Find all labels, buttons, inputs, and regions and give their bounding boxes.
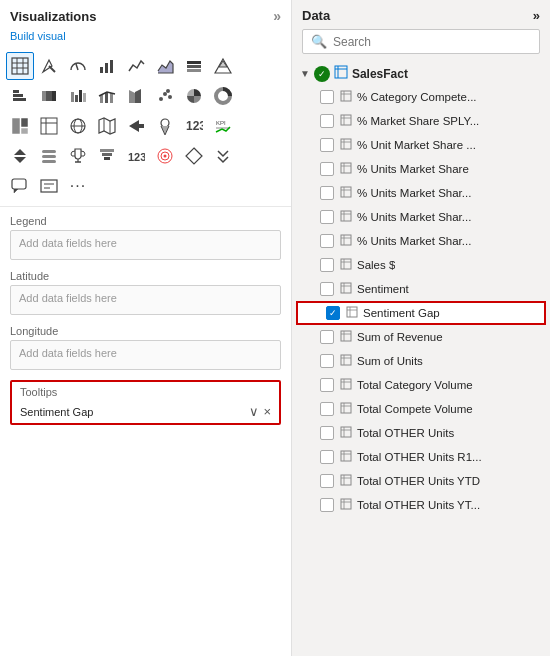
viz-row-2 xyxy=(6,82,285,110)
viz-icon-pie[interactable] xyxy=(180,82,208,110)
viz-icon-mountain[interactable] xyxy=(209,52,237,80)
viz-icon-brush[interactable] xyxy=(35,52,63,80)
legend-drop-zone[interactable]: Add data fields here xyxy=(10,230,281,260)
checkbox-4[interactable] xyxy=(320,186,334,200)
tree-item-10[interactable]: Sum of Revenue xyxy=(292,325,550,349)
svg-rect-34 xyxy=(21,118,28,127)
viz-icon-donut[interactable] xyxy=(209,82,237,110)
checkbox-15[interactable] xyxy=(320,450,334,464)
latitude-drop-zone[interactable]: Add data fields here xyxy=(10,285,281,315)
checkbox-6[interactable] xyxy=(320,234,334,248)
tree-item-1[interactable]: % Market Share SPLY... xyxy=(292,109,550,133)
viz-icon-combo[interactable] xyxy=(93,82,121,110)
viz-icon-map[interactable] xyxy=(93,112,121,140)
svg-rect-8 xyxy=(105,63,108,73)
tree-item-13[interactable]: Total Compete Volume xyxy=(292,397,550,421)
checkbox-9[interactable] xyxy=(326,306,340,320)
tree-parent-salesfact[interactable]: ▼ SalesFact xyxy=(292,62,550,85)
tree-item-11[interactable]: Sum of Units xyxy=(292,349,550,373)
viz-icon-treemap[interactable] xyxy=(6,112,34,140)
tree-item-16[interactable]: Total OTHER Units YTD xyxy=(292,469,550,493)
viz-icon-line[interactable] xyxy=(122,52,150,80)
viz-icon-ribbon[interactable] xyxy=(122,82,150,110)
longitude-drop-zone[interactable]: Add data fields here xyxy=(10,340,281,370)
viz-icon-textbox[interactable] xyxy=(35,172,63,200)
svg-line-5 xyxy=(49,66,55,72)
tree-item-7[interactable]: Sales $ xyxy=(292,253,550,277)
viz-icon-trophy[interactable] xyxy=(64,142,92,170)
viz-icon-diamond[interactable] xyxy=(180,142,208,170)
viz-icon-matrix[interactable] xyxy=(35,112,63,140)
item-label-6: % Units Market Shar... xyxy=(357,235,471,247)
item-icon-17 xyxy=(340,498,352,513)
viz-icon-table[interactable] xyxy=(6,52,34,80)
viz-icon-waterfall[interactable] xyxy=(64,82,92,110)
viz-row-3: 123 KPI xyxy=(6,112,285,140)
viz-icon-chevrons[interactable] xyxy=(209,142,237,170)
tooltips-chevron[interactable]: ∨ xyxy=(249,405,259,418)
viz-icon-updown[interactable] xyxy=(6,142,34,170)
viz-icon-100bar[interactable] xyxy=(35,82,63,110)
viz-icon-target[interactable] xyxy=(151,142,179,170)
checkbox-17[interactable] xyxy=(320,498,334,512)
checkbox-3[interactable] xyxy=(320,162,334,176)
tree-item-6[interactable]: % Units Market Shar... xyxy=(292,229,550,253)
viz-icon-bar[interactable] xyxy=(93,52,121,80)
viz-icon-num-123[interactable]: 123 xyxy=(122,142,150,170)
svg-marker-64 xyxy=(186,148,202,164)
search-box[interactable]: 🔍 xyxy=(302,29,540,54)
checkbox-16[interactable] xyxy=(320,474,334,488)
viz-icon-funnel[interactable] xyxy=(93,142,121,170)
svg-rect-72 xyxy=(341,91,351,101)
svg-rect-111 xyxy=(341,403,351,413)
svg-marker-51 xyxy=(14,157,26,163)
legend-group: Legend Add data fields here xyxy=(10,215,281,260)
viz-icon-slicer[interactable] xyxy=(35,142,63,170)
svg-rect-19 xyxy=(46,91,52,101)
checkbox-10[interactable] xyxy=(320,330,334,344)
tree-item-14[interactable]: Total OTHER Units xyxy=(292,421,550,445)
viz-icon-card[interactable]: 123 xyxy=(180,112,208,140)
data-panel-expand-icon[interactable]: » xyxy=(533,8,540,23)
tooltips-actions: ∨ × xyxy=(249,405,271,418)
checkbox-14[interactable] xyxy=(320,426,334,440)
checkbox-5[interactable] xyxy=(320,210,334,224)
checkbox-1[interactable] xyxy=(320,114,334,128)
tooltips-drop-zone[interactable]: Sentiment Gap ∨ × xyxy=(12,400,279,423)
tree-item-15[interactable]: Total OTHER Units R1... xyxy=(292,445,550,469)
checkbox-8[interactable] xyxy=(320,282,334,296)
viz-icon-chat[interactable] xyxy=(6,172,34,200)
search-input[interactable] xyxy=(333,35,531,49)
tree-item-5[interactable]: % Units Market Shar... xyxy=(292,205,550,229)
viz-icon-hbar[interactable] xyxy=(6,82,34,110)
checkbox-13[interactable] xyxy=(320,402,334,416)
tree-item-12[interactable]: Total Category Volume xyxy=(292,373,550,397)
viz-icon-arrow[interactable] xyxy=(122,112,150,140)
checkbox-0[interactable] xyxy=(320,90,334,104)
tree-item-8[interactable]: Sentiment xyxy=(292,277,550,301)
svg-rect-9 xyxy=(110,60,113,73)
tree-item-17[interactable]: Total OTHER Units YT... xyxy=(292,493,550,517)
tree-item-4[interactable]: % Units Market Shar... xyxy=(292,181,550,205)
checkbox-7[interactable] xyxy=(320,258,334,272)
tooltips-close[interactable]: × xyxy=(263,405,271,418)
viz-icon-globe[interactable] xyxy=(64,112,92,140)
viz-icon-gauge[interactable] xyxy=(64,52,92,80)
tree-item-0[interactable]: % Category Compete... xyxy=(292,85,550,109)
visualizations-expand-icon[interactable]: » xyxy=(273,8,281,24)
checkbox-2[interactable] xyxy=(320,138,334,152)
viz-icon-more[interactable]: ··· xyxy=(64,172,92,200)
latitude-label: Latitude xyxy=(10,270,281,282)
checkbox-11[interactable] xyxy=(320,354,334,368)
viz-icon-scatter[interactable] xyxy=(151,82,179,110)
viz-icon-area[interactable] xyxy=(151,52,179,80)
svg-rect-108 xyxy=(341,379,351,389)
tree-item-3[interactable]: % Units Market Share xyxy=(292,157,550,181)
viz-icon-kpi[interactable]: KPI xyxy=(209,112,237,140)
tree-item-9[interactable]: Sentiment Gap xyxy=(296,301,546,325)
viz-icon-stacked-bar[interactable] xyxy=(180,52,208,80)
tree-item-2[interactable]: % Unit Market Share ... xyxy=(292,133,550,157)
checkbox-12[interactable] xyxy=(320,378,334,392)
viz-icon-pin[interactable] xyxy=(151,112,179,140)
item-icon-16 xyxy=(340,474,352,489)
